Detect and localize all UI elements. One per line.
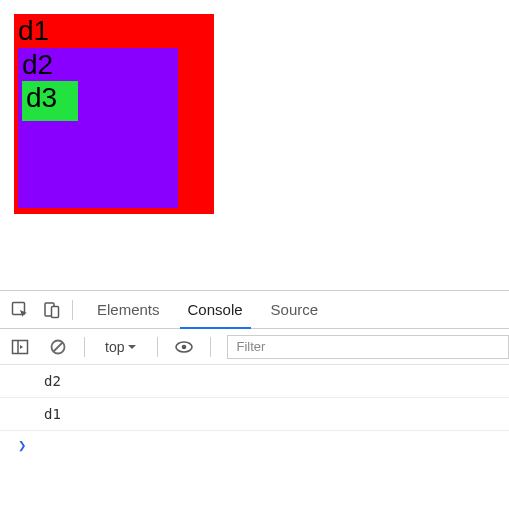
separator — [157, 337, 158, 357]
separator — [210, 337, 211, 357]
tab-console[interactable]: Console — [174, 291, 257, 328]
devtools-tabstrip: Elements Console Source — [0, 291, 509, 329]
box-d3[interactable]: d3 — [22, 81, 78, 121]
box-d2[interactable]: d2 d3 — [18, 48, 178, 208]
filter-input[interactable]: Filter — [227, 335, 509, 359]
devtools-panel: Elements Console Source top — [0, 290, 509, 453]
console-log: d2 d1 — [0, 365, 509, 431]
separator — [84, 337, 85, 357]
console-sidebar-toggle-icon[interactable] — [10, 337, 30, 357]
clear-console-icon[interactable] — [48, 337, 68, 357]
box-d3-label: d3 — [26, 82, 57, 113]
tab-sources-label: Source — [271, 301, 319, 318]
log-entry[interactable]: d2 — [0, 365, 509, 398]
context-selector[interactable]: top — [101, 339, 141, 355]
inspect-icon[interactable] — [10, 300, 30, 320]
separator — [72, 300, 73, 320]
box-d2-label: d2 — [22, 49, 53, 80]
svg-line-6 — [54, 342, 63, 351]
console-toolbar: top Filter — [0, 329, 509, 365]
tab-elements-label: Elements — [97, 301, 160, 318]
device-toggle-icon[interactable] — [42, 300, 62, 320]
log-entry[interactable]: d1 — [0, 398, 509, 431]
prompt-chevron-icon: ❯ — [18, 437, 26, 453]
tab-console-label: Console — [188, 301, 243, 318]
tab-elements[interactable]: Elements — [83, 291, 174, 328]
log-text: d2 — [44, 373, 61, 389]
live-expression-icon[interactable] — [174, 337, 194, 357]
page-viewport: d1 d2 d3 — [0, 0, 509, 290]
box-d1-label: d1 — [18, 15, 49, 46]
console-prompt[interactable]: ❯ — [0, 431, 509, 453]
context-selector-label: top — [105, 339, 124, 355]
svg-point-8 — [182, 344, 187, 349]
box-d1[interactable]: d1 d2 d3 — [14, 14, 214, 214]
tab-sources[interactable]: Source — [257, 291, 333, 328]
filter-placeholder: Filter — [236, 339, 265, 354]
svg-rect-2 — [52, 306, 59, 317]
chevron-down-icon — [127, 342, 137, 352]
log-text: d1 — [44, 406, 61, 422]
